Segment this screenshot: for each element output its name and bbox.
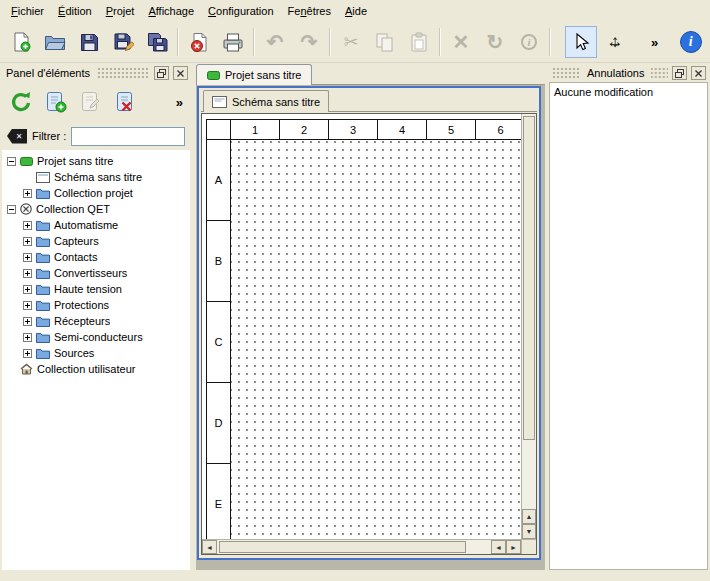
vertical-scrollbar[interactable]: ▲ ▼ xyxy=(521,114,536,539)
select-tool-button[interactable] xyxy=(565,26,597,58)
schema-tabbar: Schéma sans titre xyxy=(201,90,537,112)
tree-item-collection-qet[interactable]: Collection QET xyxy=(2,201,190,217)
new-document-button[interactable] xyxy=(5,26,37,58)
horizontal-scroll-track[interactable] xyxy=(217,540,491,554)
tree-item-protections[interactable]: Protections xyxy=(2,297,190,313)
expand-expander-icon[interactable] xyxy=(23,189,32,198)
main-toolbar: ↶ ↷ ✂ ✕ ↻ i ↔↕ » i xyxy=(0,22,710,63)
save-button[interactable] xyxy=(73,26,105,58)
diagram-viewport[interactable]: 1 2 3 4 5 6 A B C D E xyxy=(202,114,521,539)
scroll-left-button-2[interactable]: ◄ xyxy=(491,540,506,554)
expand-expander-icon[interactable] xyxy=(23,269,32,278)
tree-item-convertisseurs[interactable]: Convertisseurs xyxy=(2,265,190,281)
folder-icon xyxy=(36,268,50,279)
grid-dots-area[interactable] xyxy=(231,140,521,539)
redo-button[interactable]: ↷ xyxy=(293,26,325,58)
delete-button[interactable]: ✕ xyxy=(445,26,477,58)
close-panel-button[interactable] xyxy=(173,66,188,80)
elements-panel-dock: Panel d'éléments » xyxy=(2,64,190,570)
help-info-icon: i xyxy=(680,31,702,53)
menu-edition[interactable]: Édition xyxy=(51,2,99,20)
menu-projet[interactable]: Projet xyxy=(99,2,142,20)
undo-list-item[interactable]: Aucune modification xyxy=(550,83,707,101)
menu-affichage[interactable]: Affichage xyxy=(141,2,201,20)
expand-expander-icon[interactable] xyxy=(23,301,32,310)
delete-element-icon xyxy=(114,90,138,114)
reload-collections-button[interactable] xyxy=(5,86,37,118)
horizontal-scroll-thumb[interactable] xyxy=(219,541,466,553)
tree-item-haute-tension[interactable]: Haute tension xyxy=(2,281,190,297)
column-header: 5 xyxy=(427,120,476,140)
filter-input[interactable] xyxy=(71,127,185,146)
open-folder-icon xyxy=(44,33,66,51)
open-project-button[interactable] xyxy=(39,26,71,58)
float-panel-button[interactable] xyxy=(672,66,687,80)
elements-panel-titlebar[interactable]: Panel d'éléments xyxy=(2,64,190,82)
tab-projet-sans-titre[interactable]: Projet sans titre xyxy=(196,64,312,85)
collapse-expander-icon[interactable] xyxy=(7,157,16,166)
save-as-icon xyxy=(113,32,134,53)
horizontal-scrollbar[interactable]: ◄ ◄ ► xyxy=(202,539,521,554)
scroll-up-button[interactable]: ▲ xyxy=(522,509,536,524)
expand-expander-icon[interactable] xyxy=(23,253,32,262)
close-panel-button[interactable] xyxy=(691,66,706,80)
panel-toolbar-overflow-button[interactable]: » xyxy=(176,95,187,110)
new-element-button[interactable] xyxy=(40,86,72,118)
expand-expander-icon[interactable] xyxy=(23,349,32,358)
expand-expander-icon[interactable] xyxy=(23,221,32,230)
delete-element-button[interactable] xyxy=(110,86,142,118)
column-header: 3 xyxy=(329,120,378,140)
menu-configuration[interactable]: Configuration xyxy=(201,2,280,20)
information-button[interactable]: i xyxy=(513,26,545,58)
undo-group: ↶ ↷ xyxy=(259,26,325,58)
collapse-expander-icon[interactable] xyxy=(7,205,16,214)
paste-button[interactable] xyxy=(403,26,435,58)
save-as-button[interactable] xyxy=(107,26,139,58)
project-icon xyxy=(207,71,220,80)
expand-expander-icon[interactable] xyxy=(23,237,32,246)
edit-element-button[interactable] xyxy=(75,86,107,118)
scroll-down-button[interactable]: ▼ xyxy=(522,524,536,539)
vertical-scroll-track[interactable] xyxy=(522,114,536,509)
menu-fichier[interactable]: Fichier xyxy=(4,2,51,20)
scroll-right-button[interactable]: ► xyxy=(506,540,521,554)
expand-expander-icon[interactable] xyxy=(23,333,32,342)
vertical-scroll-thumb[interactable] xyxy=(523,116,535,440)
float-panel-button[interactable] xyxy=(154,66,169,80)
rotate-button[interactable]: ↻ xyxy=(479,26,511,58)
clear-filter-button[interactable] xyxy=(7,129,27,144)
project-icon xyxy=(20,157,33,166)
expand-expander-icon[interactable] xyxy=(23,285,32,294)
help-button[interactable]: i xyxy=(676,26,705,58)
move-tool-button[interactable]: ↔↕ xyxy=(599,26,631,58)
tree-item-semi-conducteurs[interactable]: Semi-conducteurs xyxy=(2,329,190,345)
tree-item-sources[interactable]: Sources xyxy=(2,345,190,361)
expand-expander-icon[interactable] xyxy=(23,317,32,326)
tree-item-schema[interactable]: Schéma sans titre xyxy=(2,169,190,185)
undo-button[interactable]: ↶ xyxy=(259,26,291,58)
tab-schema-sans-titre[interactable]: Schéma sans titre xyxy=(203,90,329,112)
menu-aide[interactable]: Aide xyxy=(338,2,374,20)
copy-button[interactable] xyxy=(369,26,401,58)
tree-item-recepteurs[interactable]: Récepteurs xyxy=(2,313,190,329)
menu-fenetres[interactable]: Fenêtres xyxy=(281,2,338,20)
scroll-left-button[interactable]: ◄ xyxy=(202,540,217,554)
dock-grip[interactable] xyxy=(651,68,669,78)
tree-item-label: Collection QET xyxy=(36,203,110,215)
tree-item-capteurs[interactable]: Capteurs xyxy=(2,233,190,249)
tree-item-automatisme[interactable]: Automatisme xyxy=(2,217,190,233)
undo-panel-titlebar[interactable]: Annulations xyxy=(549,64,708,82)
tree-item-collection-utilisateur[interactable]: Collection utilisateur xyxy=(2,361,190,377)
toolbar-overflow-button[interactable]: » xyxy=(647,33,662,52)
tree-item-project[interactable]: Projet sans titre xyxy=(2,153,190,169)
tree-item-contacts[interactable]: Contacts xyxy=(2,249,190,265)
tree-item-collection-projet[interactable]: Collection projet xyxy=(2,185,190,201)
dock-grip[interactable] xyxy=(551,68,581,78)
cut-button[interactable]: ✂ xyxy=(335,26,367,58)
dock-grip[interactable] xyxy=(96,68,150,78)
new-document-icon xyxy=(11,32,31,52)
menu-accel: P xyxy=(106,5,113,17)
print-button[interactable] xyxy=(217,26,249,58)
save-all-button[interactable] xyxy=(141,26,173,58)
close-file-button[interactable] xyxy=(183,26,215,58)
